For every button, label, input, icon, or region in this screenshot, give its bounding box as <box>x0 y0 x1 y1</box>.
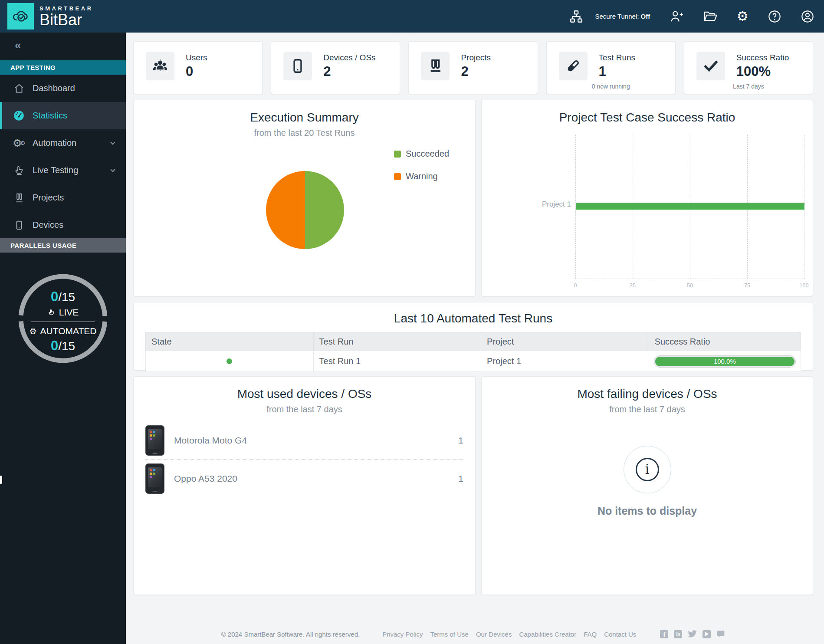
device-count: 1 <box>458 473 463 484</box>
stat-value: 0 <box>186 64 207 79</box>
footer: © 2024 SmartBear Software. All rights re… <box>133 630 813 638</box>
device-thumbnail <box>145 425 164 456</box>
section-app-testing: APP TESTING <box>0 60 126 75</box>
sidebar-item-statistics[interactable]: Statistics <box>0 102 126 129</box>
col-state: State <box>146 332 314 351</box>
invite-user-icon[interactable] <box>669 9 684 24</box>
success-state-dot <box>227 358 232 364</box>
twitter-icon[interactable] <box>688 630 697 638</box>
sidebar-item-projects[interactable]: Projects <box>0 184 126 211</box>
stat-sub: Last 7 days <box>684 83 813 90</box>
phone-icon <box>13 219 25 231</box>
device-count: 1 <box>458 435 463 446</box>
most-failing-devices-card: Most failing devices / OSs from the last… <box>481 376 813 595</box>
footer-link-terms[interactable]: Terms of Use <box>430 631 469 638</box>
automated-total: /15 <box>58 339 75 353</box>
tick-label: 100 <box>800 283 809 289</box>
execution-summary-title: Execution Summary <box>134 111 475 125</box>
sidebar-item-label: Statistics <box>33 111 67 121</box>
sidebar-item-live-testing[interactable]: Live Testing <box>0 157 126 184</box>
empty-state-text: No items to display <box>482 505 813 517</box>
state-cell <box>146 351 314 372</box>
stat-card-success-ratio: Success Ratio 100% Last 7 days <box>684 41 813 94</box>
main-content: Users 0 Devices / OSs 2 <box>126 33 824 644</box>
most-failing-subtitle: from the last 7 days <box>482 404 813 414</box>
bitbar-logo[interactable] <box>7 3 34 30</box>
col-success-ratio: Success Ratio <box>649 332 801 351</box>
sidebar-item-label: Automation <box>33 138 76 148</box>
linkedin-icon[interactable]: in <box>674 630 682 638</box>
account-icon[interactable] <box>801 10 814 23</box>
sidebar-item-automation[interactable]: ⚙⚙ Automation <box>0 129 126 157</box>
table-row[interactable]: Test Run 1 Project 1 100.0% <box>146 351 801 372</box>
test-run-cell: Test Run 1 <box>313 351 481 372</box>
chevron-down-icon <box>110 140 115 145</box>
sidebar-collapse-button[interactable]: « <box>15 39 21 52</box>
stat-label: Test Runs <box>599 53 635 62</box>
footer-link-privacy[interactable]: Privacy Policy <box>382 631 423 638</box>
device-row[interactable]: Oppo A53 2020 1 <box>145 460 463 498</box>
warning-swatch <box>394 173 401 180</box>
chat-icon[interactable] <box>716 630 725 638</box>
device-list: Motorola Moto G4 1 Oppo A53 2020 1 <box>145 421 463 498</box>
test-runs-table: State Test Run Project Success Ratio Tes… <box>145 332 801 372</box>
secure-tunnel-status[interactable]: Secure Tunnel: Off <box>595 13 650 20</box>
youtube-icon[interactable] <box>703 630 711 638</box>
most-failing-title: Most failing devices / OSs <box>482 387 813 401</box>
edge-handle[interactable] <box>0 476 2 484</box>
sidebar-item-label: Live Testing <box>33 165 78 175</box>
brand-block: SMARTBEAR BitBar <box>39 5 93 28</box>
projects-folder-icon[interactable] <box>703 9 717 23</box>
most-used-subtitle: from the last 7 days <box>145 404 463 414</box>
hand-tap-icon <box>47 309 56 317</box>
live-usage-label: LIVE <box>17 307 109 318</box>
last-test-runs-title: Last 10 Automated Test Runs <box>134 312 813 325</box>
test-tubes-icon <box>421 52 450 80</box>
footer-link-devices[interactable]: Our Devices <box>476 631 512 638</box>
facebook-icon[interactable]: f <box>660 630 668 638</box>
stat-card-test-runs: Test Runs 1 0 now running <box>546 41 676 94</box>
automated-usage-label: ⚙ AUTOMATED <box>17 326 109 336</box>
sidebar-item-label: Dashboard <box>33 83 75 93</box>
device-name: Oppo A53 2020 <box>174 473 458 484</box>
most-used-title: Most used devices / OSs <box>145 387 463 401</box>
project-cell: Project 1 <box>481 351 649 372</box>
top-navbar: SMARTBEAR BitBar Secure Tunnel: Off ⚙ <box>0 0 824 33</box>
automated-label: AUTOMATED <box>40 326 97 336</box>
sidebar-item-label: Devices <box>33 220 63 230</box>
footer-link-contact[interactable]: Contact Us <box>604 631 636 638</box>
tick-label: 25 <box>630 283 636 289</box>
table-header-row: State Test Run Project Success Ratio <box>146 332 801 351</box>
test-tubes-icon <box>13 192 25 204</box>
footer-link-capabilities[interactable]: Capabilities Creator <box>519 631 576 638</box>
footer-link-faq[interactable]: FAQ <box>584 631 597 638</box>
execution-summary-subtitle: from the last 20 Test Runs <box>134 128 475 138</box>
legend-label: Succeeded <box>406 149 449 159</box>
project-success-ratio-title: Project Test Case Success Ratio <box>482 111 813 125</box>
sidebar-item-devices[interactable]: Devices <box>0 211 126 239</box>
automated-count: 0 <box>51 338 58 353</box>
horizontal-bar-chart <box>575 135 804 279</box>
col-project: Project <box>481 332 649 351</box>
live-label: LIVE <box>59 307 79 318</box>
gauge-divider <box>31 322 95 322</box>
stat-label: Devices / OSs <box>323 53 375 62</box>
info-icon: i <box>624 446 671 493</box>
sidebar-item-label: Projects <box>33 193 64 203</box>
project-success-ratio-card: Project Test Case Success Ratio Project … <box>481 100 813 296</box>
device-row[interactable]: Motorola Moto G4 1 <box>145 421 463 460</box>
sidebar: « APP TESTING Dashboard Statistics ⚙⚙ Au… <box>0 33 126 644</box>
chevron-down-icon <box>110 167 115 172</box>
automated-usage-value: 0/15 <box>17 338 109 354</box>
success-ratio-bar: 100.0% <box>654 356 795 367</box>
sidebar-item-dashboard[interactable]: Dashboard <box>0 75 126 102</box>
social-icons: f in <box>660 630 725 638</box>
copyright-text: © 2024 SmartBear Software. All rights re… <box>221 631 360 638</box>
help-icon[interactable] <box>768 10 781 23</box>
last-test-runs-card: Last 10 Automated Test Runs State Test R… <box>133 302 813 371</box>
stats-row: Users 0 Devices / OSs 2 <box>133 41 813 94</box>
settings-gear-icon[interactable]: ⚙ <box>736 10 748 23</box>
secure-tunnel-icon[interactable] <box>569 9 584 24</box>
footer-divider <box>298 620 649 620</box>
live-total: /15 <box>58 290 75 304</box>
